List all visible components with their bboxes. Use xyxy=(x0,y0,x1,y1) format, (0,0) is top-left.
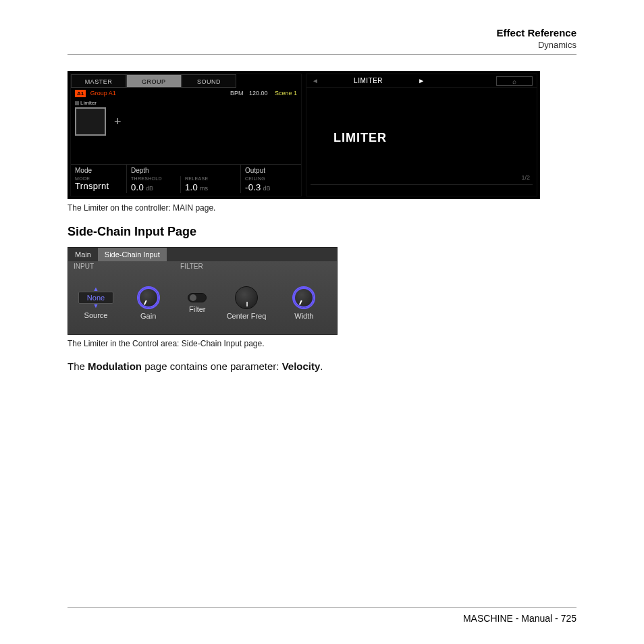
figure1-caption: The Limiter on the controller: MAIN page… xyxy=(68,203,576,213)
label-width: Width xyxy=(294,312,313,320)
knob-center-freq[interactable] xyxy=(235,286,258,309)
tab-sidechain-input[interactable]: Side-Chain Input xyxy=(98,248,167,261)
param-ceiling-value[interactable]: -0.3 xyxy=(245,182,261,192)
plugin-chip-limiter[interactable]: Limiter xyxy=(75,100,297,106)
param-threshold-value[interactable]: 0.0 xyxy=(131,182,144,192)
source-up-arrow-icon[interactable]: ▲ xyxy=(93,287,99,292)
param-release-label: RELEASE xyxy=(185,176,240,181)
param-release-value[interactable]: 1.0 xyxy=(185,182,198,192)
add-plugin-icon[interactable]: + xyxy=(114,115,122,128)
page-indicator: 1/2 xyxy=(521,174,530,181)
tab-master[interactable]: MASTER xyxy=(71,74,126,88)
right-screen-title: LIMITER xyxy=(324,77,412,84)
knob-width[interactable] xyxy=(292,286,315,309)
text-velocity: Velocity xyxy=(282,360,321,372)
plugin-pad[interactable] xyxy=(75,107,106,136)
bpm-value: 120.00 xyxy=(249,90,268,97)
controller-screenshot: MASTER GROUP SOUND A1 Group A1 BPM 120.0… xyxy=(68,71,540,199)
tab-main[interactable]: Main xyxy=(68,248,98,261)
section-heading: Side-Chain Input Page xyxy=(68,225,576,239)
toggle-filter[interactable] xyxy=(188,293,207,302)
figure2-caption: The Limiter in the Control area: Side-Ch… xyxy=(68,339,576,348)
body-paragraph: The Modulation page contains one paramet… xyxy=(68,360,576,372)
knob-gain[interactable] xyxy=(137,286,160,309)
param-ceiling-unit: dB xyxy=(263,185,271,192)
param-mode-value[interactable]: Trnsprnt xyxy=(75,181,126,191)
text-post: . xyxy=(320,360,323,372)
label-source: Source xyxy=(84,311,108,319)
param-release-unit: ms xyxy=(200,185,208,192)
plugin-title: LIMITER xyxy=(333,131,387,145)
label-gain: Gain xyxy=(140,312,156,320)
page-header-subtitle: Dynamics xyxy=(68,40,576,50)
group-label-filter: FILTER xyxy=(180,261,331,272)
section-mode: Mode xyxy=(75,165,126,176)
section-depth: Depth xyxy=(126,165,240,176)
page-footer: MASCHINE - Manual - 725 xyxy=(68,607,576,624)
param-mode-label: MODE xyxy=(75,176,126,181)
search-icon[interactable]: ⌕ xyxy=(496,76,533,86)
text-mid: page contains one parameter: xyxy=(142,360,282,372)
tab-group[interactable]: GROUP xyxy=(126,74,182,88)
divider xyxy=(68,54,576,55)
label-center-freq: Center Freq xyxy=(227,312,267,320)
controller-left-screen: MASTER GROUP SOUND A1 Group A1 BPM 120.0… xyxy=(70,74,302,196)
group-name: Group A1 xyxy=(90,90,116,97)
group-label-input: INPUT xyxy=(74,261,178,272)
slot-badge: A1 xyxy=(75,90,86,97)
scene-indicator: Scene 1 xyxy=(275,90,297,97)
text-pre: The xyxy=(68,360,88,372)
label-filter: Filter xyxy=(189,305,205,313)
control-area-screenshot: Main Side-Chain Input INPUT FILTER ▲ Non… xyxy=(68,247,338,335)
tab-sound[interactable]: SOUND xyxy=(182,74,237,88)
param-threshold-label: THRESHOLD xyxy=(131,176,180,181)
nav-next-icon[interactable]: ► xyxy=(412,77,430,84)
param-ceiling-label: CEILING xyxy=(245,176,297,181)
source-down-arrow-icon[interactable]: ▼ xyxy=(93,304,99,308)
text-modulation: Modulation xyxy=(88,360,142,372)
param-threshold-unit: dB xyxy=(146,185,153,192)
page-header-title: Effect Reference xyxy=(68,27,576,38)
bpm-label: BPM xyxy=(230,90,244,97)
controller-right-screen: ◄ LIMITER ► ⌕ LIMITER 1/2 xyxy=(306,74,537,196)
section-output: Output xyxy=(240,165,297,176)
nav-prev-icon[interactable]: ◄ xyxy=(306,77,324,84)
